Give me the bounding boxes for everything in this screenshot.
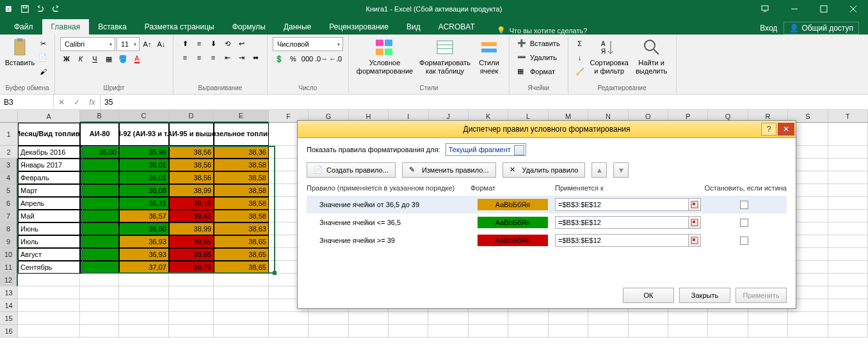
- copy-icon[interactable]: 📄: [36, 51, 49, 64]
- cell[interactable]: [828, 210, 868, 222]
- value-cell[interactable]: 38,58: [214, 197, 269, 210]
- month-cell[interactable]: Февраль: [18, 171, 80, 184]
- tab-insert[interactable]: Вставка: [89, 19, 136, 35]
- cell[interactable]: [588, 312, 628, 325]
- value-cell[interactable]: 36,08: [119, 184, 169, 197]
- range-picker-icon[interactable]: [688, 234, 701, 247]
- ribbon-options-icon[interactable]: [750, 0, 780, 18]
- borders-icon[interactable]: ▦: [102, 52, 115, 65]
- row-header[interactable]: 12: [0, 274, 18, 286]
- value-cell[interactable]: [80, 235, 118, 248]
- cell[interactable]: [828, 299, 868, 312]
- format-table-button[interactable]: Форматировать как таблицу: [417, 37, 472, 75]
- value-cell[interactable]: 38,65: [214, 248, 269, 261]
- value-cell[interactable]: 36,93: [119, 235, 169, 248]
- move-up-button[interactable]: ▲: [591, 162, 607, 178]
- range-picker-icon[interactable]: [688, 198, 701, 211]
- month-cell[interactable]: Июнь: [18, 222, 80, 235]
- rule-range-input[interactable]: =$B$3:$E$12: [555, 216, 689, 229]
- cell[interactable]: [214, 274, 269, 286]
- header-cell[interactable]: АИ-92 (АИ-93 и т.п.): [119, 123, 169, 146]
- dialog-help-icon[interactable]: ?: [761, 123, 776, 136]
- decrease-decimal-icon[interactable]: ←.0: [329, 52, 342, 65]
- fx-icon[interactable]: fx: [84, 95, 100, 110]
- value-cell[interactable]: 35,00: [80, 146, 118, 159]
- month-cell[interactable]: Январь 2017: [18, 159, 80, 171]
- cell[interactable]: [828, 274, 868, 286]
- row-header[interactable]: 10: [0, 248, 18, 261]
- cancel-formula-icon[interactable]: ✕: [54, 95, 69, 110]
- cell[interactable]: [828, 123, 868, 146]
- maximize-icon[interactable]: [809, 0, 839, 18]
- cell[interactable]: [629, 312, 668, 325]
- move-down-button[interactable]: ▼: [613, 162, 629, 178]
- value-cell[interactable]: 36,01: [119, 171, 169, 184]
- tab-data[interactable]: Данные: [275, 19, 320, 35]
- cell[interactable]: [828, 286, 868, 299]
- cell[interactable]: [828, 312, 868, 325]
- value-cell[interactable]: [80, 171, 118, 184]
- value-cell[interactable]: 35,96: [119, 146, 169, 159]
- cell[interactable]: [389, 325, 428, 338]
- cell[interactable]: [18, 299, 80, 312]
- value-cell[interactable]: 38,99: [169, 184, 214, 197]
- number-format-combo[interactable]: Числовой: [273, 37, 343, 51]
- cell[interactable]: [349, 312, 389, 325]
- cell[interactable]: [588, 325, 628, 338]
- cell[interactable]: [169, 286, 214, 299]
- close-button[interactable]: Закрыть: [679, 288, 730, 303]
- cell[interactable]: [349, 325, 389, 338]
- cell[interactable]: [748, 312, 788, 325]
- value-cell[interactable]: [80, 261, 118, 274]
- new-rule-button[interactable]: 📄Создать правило...: [307, 162, 396, 178]
- cell[interactable]: [119, 312, 169, 325]
- cell[interactable]: [428, 325, 468, 338]
- sort-filter-button[interactable]: AЯ Сортировка и фильтр: [588, 37, 631, 75]
- align-top-icon[interactable]: ⬆: [179, 37, 191, 50]
- column-header[interactable]: B: [80, 110, 118, 123]
- value-cell[interactable]: [80, 197, 118, 210]
- row-header[interactable]: 3: [0, 159, 18, 171]
- cell[interactable]: [828, 222, 868, 235]
- cell[interactable]: [80, 325, 118, 338]
- name-box[interactable]: B3: [0, 95, 54, 109]
- percent-icon[interactable]: %: [287, 52, 300, 65]
- value-cell[interactable]: 39,43: [169, 210, 214, 222]
- stop-if-true-checkbox[interactable]: [740, 201, 748, 209]
- bold-icon[interactable]: Ж: [60, 52, 73, 65]
- cell[interactable]: [828, 248, 868, 261]
- tab-review[interactable]: Рецензирование: [320, 19, 398, 35]
- decrease-indent-icon[interactable]: ⇤: [221, 51, 234, 64]
- tab-home[interactable]: Главная: [42, 19, 90, 35]
- cell[interactable]: [119, 299, 169, 312]
- cell[interactable]: [169, 325, 214, 338]
- value-cell[interactable]: [80, 210, 118, 222]
- cell[interactable]: [169, 312, 214, 325]
- cell[interactable]: [828, 197, 868, 210]
- row-header[interactable]: 16: [0, 325, 18, 338]
- value-cell[interactable]: 39,65: [169, 235, 214, 248]
- month-cell[interactable]: Июль: [18, 235, 80, 248]
- row-header[interactable]: 7: [0, 210, 18, 222]
- tab-acrobat[interactable]: ACROBAT: [430, 19, 484, 35]
- paste-button[interactable]: Вставить: [5, 37, 35, 67]
- tab-view[interactable]: Вид: [398, 19, 430, 35]
- value-cell[interactable]: 38,63: [214, 222, 269, 235]
- value-cell[interactable]: 38,36: [214, 146, 269, 159]
- row-header[interactable]: 14: [0, 299, 18, 312]
- increase-indent-icon[interactable]: ⇥: [235, 51, 248, 64]
- fill-icon[interactable]: ↓: [574, 51, 586, 64]
- cell[interactable]: [80, 274, 118, 286]
- value-cell[interactable]: 38,65: [214, 261, 269, 274]
- cell[interactable]: [668, 312, 708, 325]
- value-cell[interactable]: [80, 159, 118, 171]
- range-picker-icon[interactable]: [688, 216, 701, 229]
- value-cell[interactable]: 38,58: [214, 159, 269, 171]
- cell[interactable]: [788, 325, 828, 338]
- cell[interactable]: [80, 312, 118, 325]
- cell[interactable]: [80, 286, 118, 299]
- rule-range-input[interactable]: =$B$3:$E$12: [555, 198, 689, 211]
- minimize-icon[interactable]: [780, 0, 809, 18]
- value-cell[interactable]: 38,58: [214, 184, 269, 197]
- undo-icon[interactable]: [33, 2, 47, 16]
